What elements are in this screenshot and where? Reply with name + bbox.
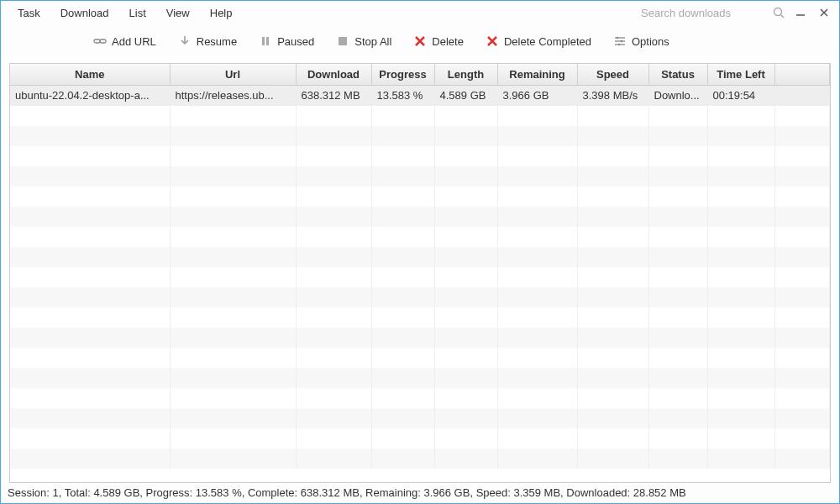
cell-progress: 13.583 % — [371, 86, 434, 106]
paused-label: Paused — [277, 35, 314, 48]
col-download[interactable]: Download — [296, 64, 371, 86]
table-row[interactable] — [10, 408, 830, 428]
table-row[interactable] — [10, 348, 830, 368]
cell-name: ubuntu-22.04.2-desktop-a... — [10, 86, 170, 106]
table-row[interactable] — [10, 166, 830, 186]
table-row[interactable] — [10, 267, 830, 287]
menu-view[interactable]: View — [156, 3, 200, 23]
table-header-row: Name Url Download Progress Length Remain… — [10, 64, 830, 86]
paused-button[interactable]: Paused — [250, 31, 323, 51]
table-row[interactable] — [10, 106, 830, 126]
delete-icon — [413, 34, 427, 48]
col-remaining[interactable]: Remaining — [497, 64, 577, 86]
menu-help[interactable]: Help — [200, 3, 243, 23]
add-url-label: Add URL — [112, 35, 156, 48]
svg-rect-8 — [266, 37, 269, 45]
table-body: ubuntu-22.04.2-desktop-a... https://rele… — [10, 86, 830, 469]
pause-icon — [259, 34, 272, 48]
cell-status: Downlo... — [648, 86, 707, 106]
delete-label: Delete — [432, 35, 464, 48]
resume-button[interactable]: Resume — [170, 31, 245, 51]
cell-length: 4.589 GB — [434, 86, 497, 106]
cell-speed: 3.398 MB/s — [577, 86, 648, 106]
search-icon[interactable] — [772, 6, 785, 19]
delete-completed-button[interactable]: Delete Completed — [477, 31, 600, 51]
table-row[interactable] — [10, 146, 830, 166]
col-status[interactable]: Status — [648, 64, 707, 86]
statusbar: Session: 1, Total: 4.589 GB, Progress: 1… — [1, 485, 839, 503]
table-row[interactable] — [10, 207, 830, 227]
stop-icon — [336, 34, 349, 48]
svg-point-18 — [621, 40, 623, 43]
table-row[interactable] — [10, 388, 830, 408]
col-extra[interactable] — [774, 64, 830, 86]
svg-line-1 — [781, 15, 785, 18]
options-icon — [613, 34, 627, 48]
delete-button[interactable]: Delete — [405, 31, 472, 51]
table-row[interactable] — [10, 368, 830, 388]
col-url[interactable]: Url — [170, 64, 296, 86]
cell-remaining: 3.966 GB — [497, 86, 577, 106]
table-row[interactable] — [10, 449, 830, 469]
search-input[interactable] — [638, 3, 772, 23]
toolbar: Add URL Resume Paused Stop All Delete De… — [1, 24, 839, 58]
col-name[interactable]: Name — [10, 64, 170, 86]
down-arrow-icon — [178, 34, 192, 48]
link-icon — [93, 34, 107, 48]
table-row[interactable] — [10, 186, 830, 207]
delete-completed-icon — [486, 34, 499, 48]
delete-completed-label: Delete Completed — [504, 35, 591, 48]
cell-download: 638.312 MB — [296, 86, 371, 106]
downloads-table: Name Url Download Progress Length Remain… — [9, 63, 831, 483]
col-length[interactable]: Length — [434, 64, 497, 86]
cell-url: https://releases.ub... — [170, 86, 296, 106]
svg-rect-7 — [262, 37, 265, 45]
close-button[interactable] — [816, 4, 832, 21]
col-speed[interactable]: Speed — [577, 64, 648, 86]
table-row[interactable] — [10, 126, 830, 146]
col-time-left[interactable]: Time Left — [707, 64, 774, 86]
svg-point-0 — [774, 8, 782, 16]
svg-rect-5 — [94, 39, 100, 43]
stop-all-label: Stop All — [354, 35, 391, 48]
cell-extra — [774, 86, 830, 106]
svg-rect-9 — [339, 37, 347, 45]
table-row[interactable] — [10, 428, 830, 449]
stop-all-button[interactable]: Stop All — [328, 31, 400, 51]
table-row[interactable] — [10, 287, 830, 307]
menubar: Task Download List View Help — [1, 1, 839, 24]
minimize-button[interactable] — [792, 4, 809, 21]
svg-point-17 — [617, 37, 619, 39]
col-progress[interactable]: Progress — [371, 64, 434, 86]
options-label: Options — [632, 35, 669, 48]
cell-time-left: 00:19:54 — [707, 86, 774, 106]
menu-download[interactable]: Download — [50, 3, 119, 23]
svg-rect-6 — [100, 39, 106, 43]
resume-label: Resume — [197, 35, 237, 48]
table-row[interactable] — [10, 328, 830, 348]
table-row[interactable] — [10, 307, 830, 328]
add-url-button[interactable]: Add URL — [85, 31, 165, 51]
table-row[interactable]: ubuntu-22.04.2-desktop-a... https://rele… — [10, 86, 830, 106]
options-button[interactable]: Options — [605, 31, 678, 51]
table-row[interactable] — [10, 227, 830, 247]
svg-point-19 — [618, 44, 621, 46]
menu-list[interactable]: List — [119, 3, 156, 23]
table-row[interactable] — [10, 247, 830, 267]
menu-task[interactable]: Task — [8, 3, 50, 23]
